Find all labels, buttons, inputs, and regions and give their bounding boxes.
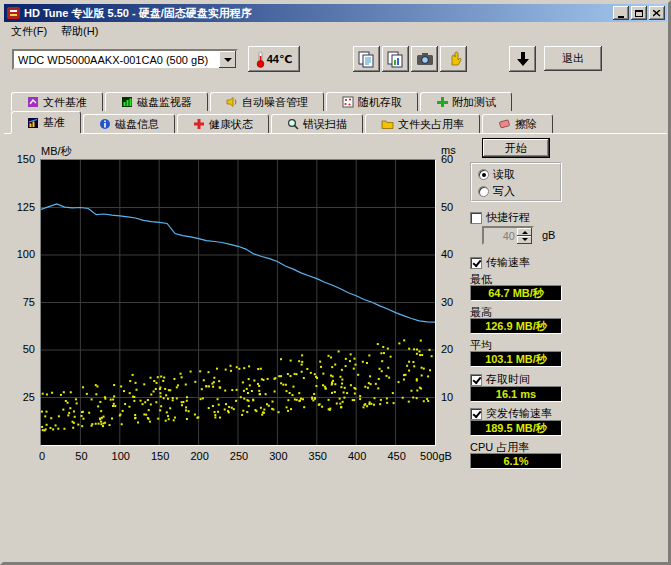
- axis-tick-label: 150: [141, 450, 179, 462]
- tab-health[interactable]: 健康状态: [177, 114, 269, 133]
- axis-tick-label: 100: [102, 450, 140, 462]
- toolbar: WDC WD5000AAKX-001CA0 (500 gB) 44℃ 退出: [4, 41, 667, 77]
- hand-icon: [446, 51, 462, 67]
- tab-folder-usage[interactable]: 文件夹占用率: [365, 114, 480, 133]
- read-radio[interactable]: 读取: [478, 167, 515, 182]
- tab-label: 健康状态: [209, 117, 253, 132]
- thermometer-icon: [256, 51, 265, 68]
- start-button[interactable]: 开始: [482, 138, 550, 158]
- max-value-box: 126.9 MB/秒: [470, 318, 562, 334]
- copy-text-button[interactable]: [353, 46, 380, 72]
- y-left-axis-unit: MB/秒: [41, 144, 72, 159]
- pointer-tool-button[interactable]: [440, 46, 467, 72]
- checkbox-icon: [470, 374, 482, 386]
- menu-file[interactable]: 文件(F): [4, 22, 54, 41]
- axis-tick-label: 30: [441, 296, 453, 308]
- benchmark-icon: [27, 117, 39, 129]
- axis-tick-label: 250: [220, 450, 258, 462]
- axis-tick-label: 200: [181, 450, 219, 462]
- maximize-button[interactable]: [631, 6, 647, 20]
- screenshot-button[interactable]: [411, 46, 438, 72]
- titlebar: HD Tune 专业版 5.50 - 硬盘/固态硬盘实用程序: [4, 4, 667, 22]
- health-cross-icon: [193, 118, 205, 130]
- spinner: [517, 228, 532, 243]
- tab-label: 擦除: [515, 117, 537, 132]
- burst-rate-value: 189.5 MB/秒: [485, 421, 547, 436]
- download-arrow-icon: [516, 51, 530, 67]
- access-time-label: 存取时间: [486, 372, 530, 387]
- save-button[interactable]: [509, 46, 536, 72]
- info-icon: [99, 118, 111, 130]
- copy-text-icon: [358, 51, 375, 68]
- copy-image-button[interactable]: [382, 46, 409, 72]
- tab-file-benchmark[interactable]: 文件基准: [11, 92, 103, 111]
- tab-label: 文件夹占用率: [398, 117, 464, 132]
- menu-help[interactable]: 帮助(H): [54, 22, 105, 41]
- short-stroke-checkbox[interactable]: 快捷行程: [470, 210, 530, 225]
- extra-tests-icon: [436, 96, 448, 108]
- write-radio[interactable]: 写入: [478, 184, 515, 199]
- camera-icon: [416, 51, 434, 67]
- chevron-up-icon: [522, 228, 528, 234]
- plot-canvas: [41, 160, 435, 445]
- spin-down-button[interactable]: [517, 236, 532, 244]
- tab-row-top: 文件基准 磁盘监视器 自动噪音管理 随机存取 附加测试: [4, 89, 667, 111]
- temperature-value: 44℃: [267, 53, 293, 66]
- maximize-icon: [635, 10, 643, 17]
- axis-tick-label: 500gB: [417, 450, 455, 462]
- access-time-value-box: 16.1 ms: [470, 386, 562, 402]
- radio-icon: [478, 169, 489, 180]
- max-value: 126.9 MB/秒: [485, 319, 547, 334]
- chevron-down-icon: [224, 58, 232, 66]
- exit-button[interactable]: 退出: [544, 46, 602, 71]
- tab-label: 文件基准: [43, 95, 87, 110]
- short-stroke-input[interactable]: 40: [482, 226, 534, 245]
- burst-rate-checkbox[interactable]: 突发传输速率: [470, 406, 552, 421]
- window-controls: [613, 6, 665, 20]
- axis-tick-label: 100: [4, 248, 35, 260]
- cpu-usage-value: 6.1%: [503, 455, 528, 467]
- tab-disk-monitor[interactable]: 磁盘监视器: [105, 92, 208, 111]
- tab-aam[interactable]: 自动噪音管理: [210, 92, 324, 111]
- minimize-button[interactable]: [613, 6, 629, 20]
- tab-erase[interactable]: 擦除: [482, 114, 553, 133]
- checkbox-icon: [470, 212, 482, 224]
- app-icon: [7, 6, 21, 20]
- min-value-box: 64.7 MB/秒: [470, 285, 562, 301]
- tab-benchmark[interactable]: 基准: [11, 111, 81, 133]
- close-button[interactable]: [649, 6, 665, 20]
- speaker-icon: [226, 96, 238, 108]
- drive-selector-value: WDC WD5000AAKX-001CA0 (500 gB): [14, 54, 219, 66]
- axis-tick-label: 20: [441, 343, 453, 355]
- short-stroke-unit: gB: [542, 229, 555, 241]
- access-time-checkbox[interactable]: 存取时间: [470, 372, 530, 387]
- tab-disk-info[interactable]: 磁盘信息: [83, 114, 175, 133]
- axis-tick-label: 0: [23, 450, 61, 462]
- temperature-indicator[interactable]: 44℃: [248, 46, 300, 72]
- tab-label: 自动噪音管理: [242, 95, 308, 110]
- minimize-icon: [618, 16, 624, 18]
- window-title: HD Tune 专业版 5.50 - 硬盘/固态硬盘实用程序: [24, 6, 613, 21]
- axis-tick-label: 300: [259, 450, 297, 462]
- tab-random-access[interactable]: 随机存取: [326, 92, 418, 111]
- dropdown-arrow-button[interactable]: [219, 51, 236, 68]
- radio-icon: [478, 186, 489, 197]
- spin-up-button[interactable]: [517, 228, 532, 236]
- file-benchmark-icon: [27, 96, 39, 108]
- start-button-label: 开始: [505, 141, 527, 156]
- benchmark-chart: MB/秒 ms 15012510075502560504030201005010…: [4, 134, 464, 464]
- access-time-dots: [41, 339, 433, 431]
- transfer-rate-checkbox[interactable]: 传输速率: [470, 255, 530, 270]
- avg-value-box: 103.1 MB/秒: [470, 351, 562, 367]
- axis-tick-label: 450: [378, 450, 416, 462]
- tab-extra-tests[interactable]: 附加测试: [420, 92, 512, 111]
- tab-error-scan[interactable]: 错误扫描: [271, 114, 363, 133]
- tab-label: 磁盘信息: [115, 117, 159, 132]
- exit-button-label: 退出: [562, 51, 584, 66]
- short-stroke-value: 40: [484, 230, 517, 242]
- axis-tick-label: 50: [62, 450, 100, 462]
- tab-label: 随机存取: [358, 95, 402, 110]
- tab-row-bottom: 基准 磁盘信息 健康状态 错误扫描 文件夹占用率 擦除: [4, 111, 667, 133]
- copy-image-icon: [387, 51, 404, 68]
- drive-selector[interactable]: WDC WD5000AAKX-001CA0 (500 gB): [12, 49, 238, 70]
